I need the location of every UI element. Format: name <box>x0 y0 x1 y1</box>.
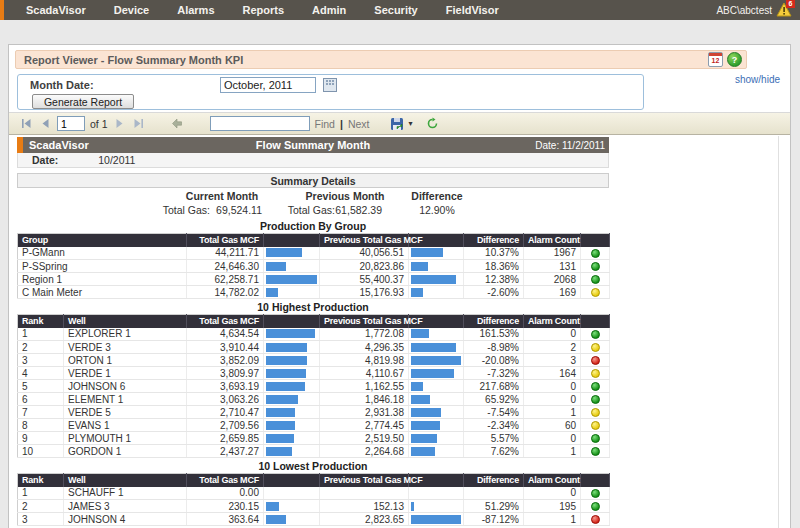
total-gas-current-value: 69,524.11 <box>212 204 262 216</box>
export-save-icon[interactable] <box>390 117 404 131</box>
status-cell <box>581 513 610 526</box>
menu-item-fieldvisor[interactable]: FieldVisor <box>446 4 499 16</box>
bar-cell <box>409 286 464 299</box>
data-cell: 230.15 <box>187 500 264 513</box>
value-bar <box>411 356 461 365</box>
page-number-input[interactable] <box>57 116 85 131</box>
show-hide-link[interactable]: show/hide <box>735 74 780 85</box>
data-cell: 0 <box>524 393 581 406</box>
total-gas-label-current: Total Gas: <box>145 204 210 216</box>
data-cell: -2.60% <box>464 286 524 299</box>
data-cell: 10.37% <box>464 247 524 260</box>
status-cell <box>581 500 610 513</box>
generate-report-button[interactable]: Generate Report <box>32 94 134 109</box>
column-header: Difference <box>464 315 524 328</box>
data-cell: 3,693.19 <box>187 380 264 393</box>
table-row: P-GMann44,211.7140,056.5110.37%1967 <box>18 247 610 260</box>
month-date-input[interactable] <box>220 77 316 93</box>
data-cell: 2,774.45 <box>320 419 409 432</box>
menu-item-security[interactable]: Security <box>374 4 417 16</box>
alarm-alert-wrap[interactable]: 6 <box>776 2 792 18</box>
menu-item-scadavisor[interactable]: ScadaVisor <box>26 4 86 16</box>
data-cell: Region 1 <box>18 273 187 286</box>
column-header-empty <box>264 315 320 328</box>
value-bar <box>411 515 461 524</box>
last-page-icon[interactable] <box>132 117 146 131</box>
value-bar <box>266 329 315 338</box>
data-cell: 0 <box>524 487 581 500</box>
calendar-12-icon[interactable]: 12 <box>708 52 723 67</box>
calendar-picker-icon[interactable] <box>323 78 337 92</box>
username-label: ABC\abctest <box>716 5 772 16</box>
bar-cell <box>409 445 464 458</box>
bar-cell <box>264 380 320 393</box>
data-cell: 24,646.30 <box>187 260 264 273</box>
status-green-light <box>591 434 600 443</box>
status-cell <box>581 260 610 273</box>
calendar-picker-grid <box>324 79 336 86</box>
data-cell: 7 <box>18 406 64 419</box>
data-cell: 363.64 <box>187 513 264 526</box>
data-cell: 1 <box>18 487 64 500</box>
column-header: Previous Total Gas MCF <box>320 315 409 328</box>
menu-item-admin[interactable]: Admin <box>312 4 346 16</box>
status-green-light <box>591 262 600 271</box>
export-caret-icon[interactable]: ▾ <box>409 119 413 128</box>
status-cell <box>581 328 610 341</box>
data-cell: P-SSpring <box>18 260 187 273</box>
bar-cell <box>264 487 320 500</box>
table-row: 1SCHAUFF 10.000 <box>18 487 610 500</box>
bar-cell <box>409 393 464 406</box>
table-row: 2VERDE 33,910.444,296.35-8.98%2 <box>18 341 610 354</box>
data-cell: -87.12% <box>464 513 524 526</box>
data-cell: 2 <box>18 341 64 354</box>
search-input[interactable] <box>210 116 310 131</box>
value-bar <box>411 382 423 391</box>
data-cell: 9 <box>18 432 64 445</box>
next-page-icon[interactable] <box>113 117 127 131</box>
bar-cell <box>409 247 464 260</box>
status-cell <box>581 432 610 445</box>
total-gas-previous-value: 61,582.39 <box>332 204 382 216</box>
table-header-row: GroupTotal Gas MCFPrevious Total Gas MCF… <box>18 234 610 247</box>
menu-item-device[interactable]: Device <box>114 4 149 16</box>
help-icon[interactable]: ? <box>727 52 742 67</box>
data-cell: 217.68% <box>464 380 524 393</box>
data-cell: -2.34% <box>464 419 524 432</box>
status-red-light <box>591 356 600 365</box>
menu-item-alarms[interactable]: Alarms <box>177 4 214 16</box>
main-panel: Report Viewer - Flow Summary Month KPI 1… <box>8 44 791 528</box>
value-bar <box>411 262 428 271</box>
prev-page-icon[interactable] <box>38 117 52 131</box>
bar-cell <box>264 328 320 341</box>
user-area[interactable]: ABC\abctest 6 <box>716 0 792 20</box>
column-header-empty <box>581 234 610 247</box>
data-cell: 1,772.08 <box>320 328 409 341</box>
status-red-light <box>591 515 600 524</box>
bar-cell <box>409 328 464 341</box>
bar-cell <box>264 445 320 458</box>
summary-details-header: Summary Details <box>17 173 609 188</box>
table-row: 4VERDE 13,809.974,110.67-7.32%164 <box>18 367 610 380</box>
data-cell: 1,846.18 <box>320 393 409 406</box>
column-header: Rank <box>18 315 64 328</box>
data-cell: 3 <box>18 513 64 526</box>
menu-item-reports[interactable]: Reports <box>243 4 285 16</box>
data-cell: 1 <box>18 328 64 341</box>
value-bar <box>411 502 414 511</box>
status-cell <box>581 341 610 354</box>
data-cell: 7.62% <box>464 445 524 458</box>
calendar-strip <box>709 53 722 56</box>
column-header: Difference <box>464 474 524 487</box>
data-cell: 2,659.85 <box>187 432 264 445</box>
value-bar <box>411 421 440 430</box>
bar-cell <box>409 432 464 445</box>
refresh-icon[interactable] <box>426 117 440 131</box>
data-cell: 60 <box>524 419 581 432</box>
next-link[interactable]: Next <box>348 118 370 130</box>
first-page-icon[interactable] <box>19 117 33 131</box>
data-cell: 1 <box>524 406 581 419</box>
back-to-parent-icon[interactable] <box>170 117 184 131</box>
find-link[interactable]: Find <box>315 118 335 130</box>
data-cell: EVANS 1 <box>64 419 187 432</box>
